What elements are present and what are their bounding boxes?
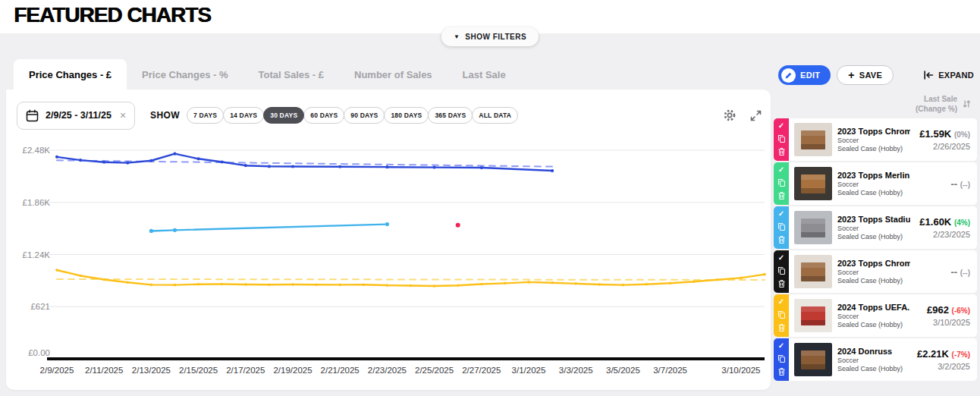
item-change-percent: (-6%) bbox=[952, 306, 970, 315]
trash-icon[interactable] bbox=[777, 235, 786, 244]
product-box-image bbox=[801, 130, 825, 149]
watchlist-items: ✓2023 Topps Chrom...SoccerSealed Case (H… bbox=[774, 118, 977, 381]
date-range-value: 2/9/25 - 3/11/25 bbox=[46, 110, 112, 121]
copy-icon[interactable] bbox=[777, 354, 786, 363]
item-info: 2023 Topps Chrom...SoccerSealed Case (Ho… bbox=[837, 250, 910, 293]
date-range-picker[interactable]: 2/9/25 - 3/11/25 × bbox=[17, 102, 135, 130]
item-last-sale-date: 3/10/2025 bbox=[933, 318, 970, 327]
data-point-2024-topps-uefa bbox=[363, 283, 366, 286]
range-90-days[interactable]: 90 DAYS bbox=[344, 107, 385, 124]
copy-icon[interactable] bbox=[777, 310, 786, 319]
tab-price-changes[interactable]: Price Changes - £ bbox=[14, 59, 127, 90]
check-icon[interactable]: ✓ bbox=[778, 342, 784, 350]
data-point-2024-topps-uefa bbox=[174, 284, 177, 287]
item-format: Sealed Case (Hobby) bbox=[837, 233, 910, 240]
check-icon[interactable]: ✓ bbox=[778, 254, 784, 262]
tab-number-of-sales[interactable]: Number of Sales bbox=[339, 59, 448, 90]
chart-settings-button[interactable] bbox=[723, 108, 737, 122]
copy-icon[interactable] bbox=[777, 134, 786, 143]
data-point-2024-donruss bbox=[268, 165, 271, 168]
edit-button[interactable]: EDIT bbox=[778, 65, 831, 85]
data-point-2024-topps-uefa bbox=[244, 283, 247, 286]
data-point-2024-topps-uefa bbox=[527, 281, 530, 284]
range-all-data[interactable]: ALL DATA bbox=[472, 107, 518, 124]
watchlist-item[interactable]: ✓2023 Topps Chrom...SoccerSealed Case (H… bbox=[774, 250, 977, 293]
close-icon[interactable]: × bbox=[120, 110, 126, 121]
data-point-2024-topps-uefa bbox=[551, 281, 554, 284]
data-point-2024-donruss bbox=[385, 165, 388, 168]
x-tick-label: 2/23/2025 bbox=[368, 366, 407, 375]
range-7-days[interactable]: 7 DAYS bbox=[187, 107, 224, 124]
chart-type-tabs: Price Changes - £Price Changes - %Total … bbox=[14, 59, 521, 90]
product-box-image bbox=[801, 218, 825, 237]
watchlist-item[interactable]: ✓2023 Topps Chrom...SoccerSealed Case (H… bbox=[774, 118, 977, 161]
item-thumbnail bbox=[794, 167, 832, 200]
edit-label: EDIT bbox=[800, 71, 820, 80]
data-point-2024-donruss bbox=[221, 160, 224, 163]
item-title: 2023 Topps Chrom... bbox=[837, 259, 910, 268]
data-point-2024-donruss bbox=[126, 162, 129, 165]
product-box-image bbox=[801, 262, 825, 281]
data-point-2024-topps-uefa bbox=[55, 269, 58, 272]
price-chart[interactable]: £2.48K£1.86K£1.24K£621£0.002/9/20252/11/… bbox=[6, 134, 771, 388]
tab-total-sales[interactable]: Total Sales - £ bbox=[243, 59, 339, 90]
check-icon[interactable]: ✓ bbox=[778, 210, 784, 218]
copy-icon[interactable] bbox=[777, 266, 786, 275]
item-last-sale: £962 (-6%) bbox=[927, 304, 970, 316]
watchlist-item[interactable]: ✓2024 DonrussSoccerSealed Case (Hobby)£2… bbox=[774, 338, 977, 381]
range-60-days[interactable]: 60 DAYS bbox=[303, 107, 344, 124]
series-2024-donruss bbox=[57, 154, 552, 171]
item-values: -- (--) bbox=[910, 250, 977, 293]
item-title: 2023 Topps Chrom... bbox=[837, 127, 910, 136]
range-180-days[interactable]: 180 DAYS bbox=[384, 107, 429, 124]
trash-icon[interactable] bbox=[777, 191, 786, 200]
fullscreen-button[interactable] bbox=[750, 110, 762, 121]
item-format: Sealed Case (Hobby) bbox=[837, 145, 910, 152]
x-tick-label: 3/7/2025 bbox=[653, 366, 687, 375]
copy-icon[interactable] bbox=[777, 222, 786, 231]
data-point-2024-topps-uefa bbox=[598, 283, 602, 286]
range-365-days[interactable]: 365 DAYS bbox=[428, 107, 473, 124]
trash-icon[interactable] bbox=[777, 323, 786, 332]
data-point-2024-topps-uefa bbox=[645, 283, 649, 286]
range-14-days[interactable]: 14 DAYS bbox=[223, 107, 264, 124]
watchlist-sidebar: Last Sale (Change %) ✓2023 Topps Chrom..… bbox=[774, 90, 977, 381]
check-icon[interactable]: ✓ bbox=[778, 166, 784, 174]
item-thumbnail bbox=[794, 123, 832, 156]
item-color-strip: ✓ bbox=[774, 294, 789, 337]
item-sport: Soccer bbox=[837, 181, 910, 188]
item-change-percent: (--) bbox=[960, 269, 970, 277]
header-line1: Last Sale bbox=[924, 95, 957, 103]
show-filters-button[interactable]: ▼ SHOW FILTERS bbox=[441, 27, 539, 46]
trash-icon[interactable] bbox=[777, 279, 786, 288]
tab-last-sale[interactable]: Last Sale bbox=[448, 59, 521, 90]
trash-icon[interactable] bbox=[777, 147, 786, 156]
item-color-strip: ✓ bbox=[774, 162, 789, 205]
y-tick-label: £2.48K bbox=[23, 146, 51, 155]
trash-icon[interactable] bbox=[777, 367, 786, 376]
last-sale-header-text: Last Sale (Change %) bbox=[916, 94, 957, 114]
save-button[interactable]: + SAVE bbox=[837, 65, 894, 85]
item-format: Sealed Case (Hobby) bbox=[837, 277, 910, 284]
data-point-2024-donruss bbox=[338, 165, 341, 168]
watchlist-item[interactable]: ✓2024 Topps UEFA...SoccerSealed Case (Ho… bbox=[774, 294, 977, 337]
collapse-left-icon bbox=[923, 71, 934, 80]
range-30-days[interactable]: 30 DAYS bbox=[263, 107, 304, 124]
show-label: SHOW bbox=[150, 110, 180, 121]
range-pills: 7 DAYS14 DAYS30 DAYS60 DAYS90 DAYS180 DA… bbox=[187, 107, 518, 124]
item-change-percent: (--) bbox=[960, 181, 970, 189]
watchlist-item[interactable]: ✓2023 Topps Stadiu...SoccerSealed Case (… bbox=[774, 206, 977, 249]
data-point-2024-donruss bbox=[433, 166, 436, 169]
check-icon[interactable]: ✓ bbox=[778, 298, 784, 306]
data-point-2024-donruss bbox=[244, 164, 247, 167]
tab-price-changes[interactable]: Price Changes - % bbox=[127, 59, 243, 90]
caret-down-icon: ▼ bbox=[454, 34, 460, 40]
watchlist-item[interactable]: ✓2023 Topps Merlin...SoccerSealed Case (… bbox=[774, 162, 977, 205]
check-icon[interactable]: ✓ bbox=[778, 122, 784, 130]
item-title: 2023 Topps Merlin... bbox=[837, 171, 910, 180]
series-2024-topps-uefa bbox=[57, 270, 765, 286]
last-sale-sort-header[interactable]: Last Sale (Change %) bbox=[774, 90, 977, 118]
copy-icon[interactable] bbox=[777, 178, 786, 187]
data-point-2023-topps-stadium-club bbox=[149, 229, 153, 233]
expand-button[interactable]: EXPAND bbox=[923, 71, 974, 80]
